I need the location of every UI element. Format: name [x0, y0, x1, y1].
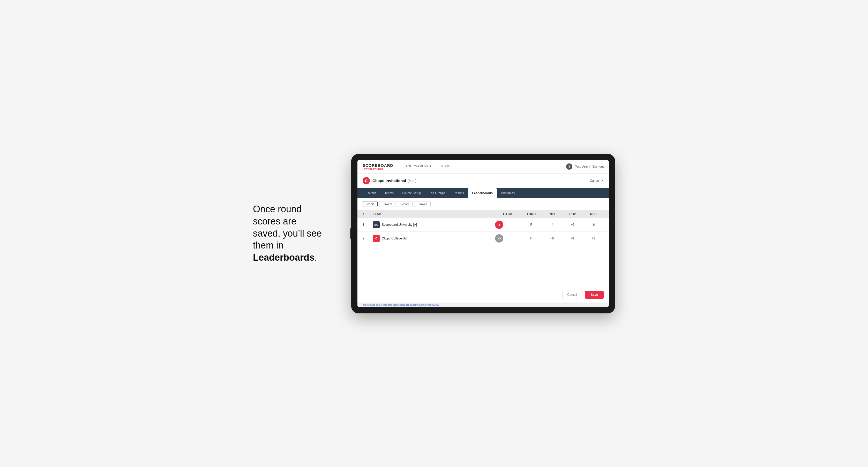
filter-scores[interactable]: Scores	[397, 201, 412, 207]
left-line5: Leaderboards	[253, 252, 314, 263]
left-text-block: Once round scores are saved, you’ll see …	[253, 203, 336, 264]
row1-total: -5	[495, 221, 521, 229]
left-period: .	[314, 252, 317, 263]
row2-thru: F	[521, 237, 541, 240]
cancel-x-button[interactable]: Cancel ✕	[590, 179, 604, 183]
tab-leaderboards[interactable]: Leaderboards	[468, 188, 497, 198]
tournament-logo: C	[363, 177, 370, 184]
filter-strokes[interactable]: Strokes	[414, 201, 430, 207]
nav-tournaments[interactable]: TOURNAMENTS	[401, 160, 436, 173]
user-name: Test User |	[575, 165, 590, 168]
url-text: https://stage-blue-coach.stagescoreboard…	[363, 304, 439, 306]
modal-footer: Cancel Save	[358, 287, 609, 303]
row1-score-badge: -5	[495, 221, 503, 229]
row1-team-name: Scoreboard University [A]	[382, 223, 417, 226]
row2-rank: 2	[363, 237, 373, 240]
tab-details[interactable]: Details	[363, 188, 380, 198]
tab-tee-groups[interactable]: Tee Groups	[425, 188, 449, 198]
table-header: # TEAM TOTAL THRU RD1 RD2 RD3	[358, 210, 609, 218]
nav-teams[interactable]: TEAMS	[436, 160, 456, 173]
left-line3: saved, you’ll see	[253, 228, 322, 239]
tournament-gender: (Men)	[408, 179, 416, 183]
filter-teams[interactable]: Teams	[363, 201, 378, 207]
table-row: 1 SU Scoreboard University [A] -5 F -4 +…	[358, 218, 609, 232]
filter-players[interactable]: Players	[379, 201, 396, 207]
tab-course-setup[interactable]: Course Setup	[398, 188, 425, 198]
cancel-button[interactable]: Cancel	[562, 291, 582, 299]
logo-title: SCOREBOARD	[363, 163, 393, 167]
row1-rd3: -6	[583, 223, 604, 226]
nav-links: TOURNAMENTS TEAMS	[401, 160, 456, 173]
row1-rank: 1	[363, 223, 373, 226]
table-spacer	[358, 245, 609, 287]
cancel-label: Cancel	[590, 179, 599, 183]
row1-rd1: -4	[541, 223, 562, 226]
user-avatar: S	[566, 163, 572, 169]
row2-rd3: +3	[583, 237, 604, 240]
tab-nav: Details Teams Course Setup Tee Groups Re…	[358, 188, 609, 198]
url-bar: https://stage-blue-coach.stagescoreboard…	[358, 303, 609, 307]
page-wrapper: Once round scores are saved, you’ll see …	[253, 154, 615, 313]
top-nav: SCOREBOARD Powered by clippd TOURNAMENTS…	[358, 160, 609, 174]
tablet-frame: SCOREBOARD Powered by clippd TOURNAMENTS…	[351, 154, 615, 313]
row2-total: +3	[495, 234, 521, 243]
col-rd3: RD3	[583, 212, 604, 216]
save-button[interactable]: Save	[585, 291, 604, 299]
row2-team-cell: C Clippd College [A]	[373, 235, 495, 242]
cancel-icon: ✕	[601, 179, 604, 183]
tab-printables[interactable]: Printables	[497, 188, 519, 198]
col-thru: THRU	[521, 212, 541, 216]
col-rank: #	[363, 212, 373, 216]
tab-results[interactable]: Results	[449, 188, 468, 198]
brand-name: clippd	[376, 167, 383, 170]
row2-rd2: -8	[562, 237, 583, 240]
sign-out-link[interactable]: Sign out	[592, 165, 604, 168]
table-row: 2 C Clippd College [A] +3 F +8 -8 +3	[358, 232, 609, 245]
row2-score-badge: +3	[495, 234, 503, 243]
tab-teams[interactable]: Teams	[380, 188, 398, 198]
filter-row: Teams Players Scores Strokes	[358, 198, 609, 210]
left-line2: scores are	[253, 216, 297, 226]
row2-rd1: +8	[541, 237, 562, 240]
col-rd1: RD1	[541, 212, 562, 216]
left-line1: Once round	[253, 204, 302, 214]
row1-team-cell: SU Scoreboard University [A]	[373, 221, 495, 228]
row2-team-logo: C	[373, 235, 380, 242]
row1-rd2: +5	[562, 223, 583, 226]
col-team: TEAM	[373, 212, 495, 216]
left-line4: them in	[253, 240, 283, 251]
logo-area: SCOREBOARD Powered by clippd	[363, 163, 393, 170]
leaderboard-table: # TEAM TOTAL THRU RD1 RD2 RD3 1 SU Score…	[358, 210, 609, 287]
row1-thru: F	[521, 223, 541, 226]
row1-team-logo: SU	[373, 221, 380, 228]
col-total: TOTAL	[495, 212, 521, 216]
row2-team-name: Clippd College [A]	[382, 237, 407, 240]
nav-right: S Test User | Sign out	[566, 163, 604, 169]
tablet-inner: SCOREBOARD Powered by clippd TOURNAMENTS…	[358, 160, 609, 307]
logo-subtitle: Powered by clippd	[363, 167, 393, 170]
col-rd2: RD2	[562, 212, 583, 216]
tournament-name: Clippd Invitational	[372, 179, 406, 183]
tournament-header: C Clippd Invitational (Men) Cancel ✕	[358, 174, 609, 188]
